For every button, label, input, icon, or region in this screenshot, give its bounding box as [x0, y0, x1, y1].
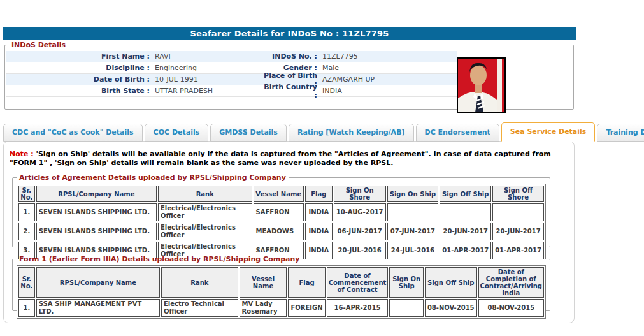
table-cell: SEVEN ISLANDS SHIPPING LTD.	[36, 223, 157, 240]
table-cell: 08-NOV-2015	[425, 299, 477, 317]
table-cell: 07-JUN-2017	[387, 223, 439, 240]
discipline-value: Engineering	[150, 64, 261, 72]
first-name-value: RAVI	[150, 52, 261, 61]
column-header: Sign On Ship	[389, 267, 424, 298]
column-header: Date of Commencement of Contract	[327, 267, 389, 298]
indos-details-panel: INDoS Details First Name : RAVI INDoS No…	[4, 41, 574, 110]
table-cell: INDIA	[305, 203, 333, 221]
table-cell: SSA SHIP MANAGEMENT PVT LTD.	[36, 299, 160, 317]
details-row: Discipline : Engineering Gender : Male	[6, 62, 457, 74]
table-cell: SAFFRON	[254, 203, 304, 221]
note-body: 'Sign on Ship' details will be available…	[10, 150, 551, 167]
column-header: Sr. No.	[18, 267, 35, 298]
table-cell	[440, 203, 491, 221]
form1-details-legend: Form 1 (Earlier Form IIIA) Details uploa…	[17, 255, 302, 263]
table-cell: Electro Technical Officer	[161, 299, 238, 317]
table-cell	[492, 203, 544, 221]
details-row: Date of Birth : 10-JUL-1991 Place of Bir…	[6, 74, 457, 85]
indos-details-rows: First Name : RAVI INDoS No. : 11ZL7795 D…	[6, 51, 457, 97]
date-of-birth-value: 10-JUL-1991	[150, 75, 261, 84]
first-name-label: First Name :	[6, 52, 150, 61]
table-row: 1.SSA SHIP MANAGEMENT PVT LTD.Electro Te…	[18, 299, 544, 317]
table-row: 1.SEVEN ISLANDS SHIPPING LTD.Electrical/…	[18, 203, 544, 221]
column-header: Flag	[305, 186, 333, 202]
tab-gmdss-details[interactable]: GMDSS Details	[210, 124, 287, 142]
table-header-row: Sr. No. RPSL/Company Name Rank Vessel Na…	[18, 267, 544, 298]
details-row: Birth State : UTTAR PRADESH Birth Countr…	[6, 85, 457, 97]
table-cell: 2.	[18, 223, 35, 240]
form1-details-table: Sr. No. RPSL/Company Name Rank Vessel Na…	[17, 265, 546, 319]
note-prefix: Note :	[10, 150, 34, 158]
column-header: Vessel Name	[254, 186, 304, 202]
sea-service-tab-panel: Note : 'Sign on Ship' details will be av…	[3, 141, 575, 323]
tab-dc-endorsement[interactable]: DC Endorsement	[416, 124, 499, 142]
note-text: Note : 'Sign on Ship' details will be av…	[10, 150, 560, 168]
date-of-birth-label: Date of Birth :	[6, 75, 150, 84]
indos-details-legend: INDoS Details	[9, 41, 68, 49]
seafarer-photo-image	[458, 59, 504, 112]
column-header: Sign Off Shore	[492, 186, 544, 202]
table-row: 2.SEVEN ISLANDS SHIPPING LTD.Electrical/…	[18, 223, 544, 240]
gender-value: Male	[317, 64, 339, 72]
birth-country-value: INDIA	[317, 87, 342, 95]
tab-training-details[interactable]: Training Details	[597, 124, 644, 142]
birth-country-label: Birth Country :	[261, 83, 317, 99]
table-cell: SEVEN ISLANDS SHIPPING LTD.	[36, 203, 157, 221]
column-header: Rank	[158, 186, 252, 202]
page-title: Seafarer Details for INDoS No : 11ZL7795	[3, 27, 576, 40]
table-cell	[387, 203, 439, 221]
tab-cdc-coc-as-cook-details[interactable]: CDC and "CoC as Cook" Details	[3, 124, 143, 142]
column-header: RPSL/Company Name	[36, 186, 157, 202]
column-header: Rank	[161, 267, 238, 298]
articles-of-agreement-legend: Articles of Agreement Details uploaded b…	[17, 173, 289, 182]
table-cell: 16-APR-2015	[327, 299, 389, 317]
table-cell: 08-NOV-2015	[478, 299, 544, 317]
column-header: Sign Off Ship	[440, 186, 491, 202]
birth-state-label: Birth State :	[6, 87, 150, 95]
table-cell: FOREIGN	[288, 299, 325, 317]
column-header: Date of Completion of Contract/Arriving …	[478, 267, 544, 298]
place-of-birth-value: AZAMGARH UP	[317, 75, 375, 84]
column-header: Vessel Name	[240, 267, 287, 298]
details-row: First Name : RAVI INDoS No. : 11ZL7795	[6, 51, 457, 62]
column-header: Flag	[288, 267, 325, 298]
column-header: Sign Off Ship	[425, 267, 477, 298]
discipline-label: Discipline :	[6, 64, 150, 72]
table-cell: 10-AUG-2017	[334, 203, 386, 221]
table-cell: INDIA	[305, 223, 333, 240]
tab-coc-details[interactable]: COC Details	[145, 124, 209, 142]
indos-no-value: 11ZL7795	[317, 52, 358, 61]
table-cell	[389, 299, 424, 317]
table-cell: Electrical/Electronics Officer	[158, 203, 252, 221]
table-cell: Electrical/Electronics Officer	[158, 223, 252, 240]
articles-of-agreement-panel: Articles of Agreement Details uploaded b…	[12, 173, 550, 247]
indos-no-label: INDoS No. :	[261, 52, 317, 61]
table-cell: MV Lady Rosemary	[240, 299, 287, 317]
tab-bar: CDC and "CoC as Cook" Details COC Detail…	[3, 122, 644, 142]
form1-details-panel: Form 1 (Earlier Form IIIA) Details uploa…	[12, 255, 550, 311]
table-cell: 1.	[18, 203, 35, 221]
column-header: Sign On Ship	[387, 186, 439, 202]
table-cell: 20-JUN-2017	[440, 223, 491, 240]
table-cell: MEADOWS	[254, 223, 304, 240]
table-cell: 20-JUN-2017	[492, 223, 544, 240]
table-header-row: Sr. No. RPSL/Company Name Rank Vessel Na…	[18, 186, 544, 202]
column-header: RPSL/Company Name	[36, 267, 160, 298]
seafarer-photo	[457, 57, 506, 113]
birth-state-value: UTTAR PRADESH	[150, 87, 261, 95]
table-cell: 06-JUN-2017	[334, 223, 386, 240]
column-header: Sr. No.	[18, 186, 35, 202]
table-cell: 1.	[18, 299, 35, 317]
tab-rating-watch-keeping-ab[interactable]: Rating [Watch Keeping/AB]	[289, 124, 414, 142]
tab-sea-service-details[interactable]: Sea Service Details	[501, 122, 596, 142]
column-header: Sign On Shore	[334, 186, 386, 202]
